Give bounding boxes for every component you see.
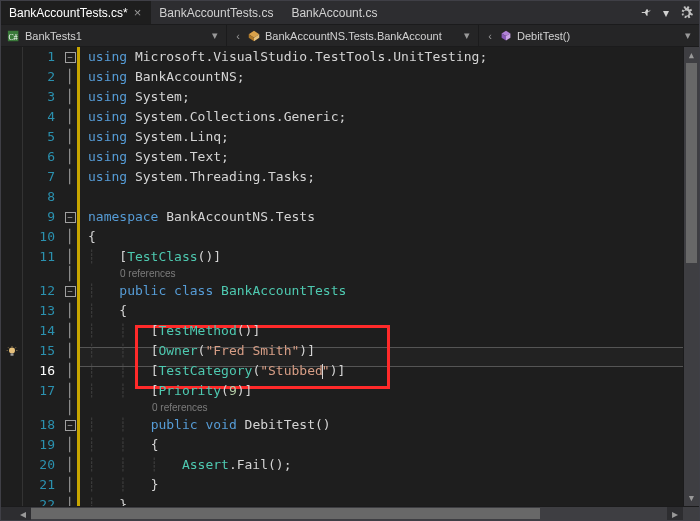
code-line: using Microsoft.VisualStudio.TestTools.U…: [80, 47, 683, 67]
tab-bankaccount[interactable]: BankAccount.cs: [283, 1, 387, 24]
code-line: using System.Linq;: [80, 127, 683, 147]
split-handle[interactable]: [1, 507, 15, 520]
class-icon: [247, 29, 261, 43]
scroll-track[interactable]: [684, 63, 699, 490]
code-line: ┊ ┊ [TestCategory("Stubbed")]: [80, 361, 683, 381]
chevron-down-icon: ▾: [683, 29, 693, 42]
code-line: {: [80, 227, 683, 247]
nav-project-label: BankTests1: [25, 30, 82, 42]
gear-icon[interactable]: [679, 6, 693, 20]
breakpoint-gutter[interactable]: [1, 47, 23, 506]
tab-label: BankAccountTests.cs*: [9, 6, 128, 20]
svg-text:C#: C#: [9, 32, 18, 41]
nav-bar: C# BankTests1 ▾ ‹ BankAccountNS.Tests.Ba…: [1, 25, 699, 47]
nav-class-label: BankAccountNS.Tests.BankAccount: [265, 30, 442, 42]
chevron-left-icon: ‹: [485, 30, 495, 42]
code-line: ┊ ┊ }: [80, 475, 683, 495]
code-line: ┊ }: [80, 495, 683, 506]
nav-class-dropdown[interactable]: ‹ BankAccountNS.Tests.BankAccount ▾: [227, 25, 479, 46]
tab-strip: BankAccountTests.cs* × BankAccountTests.…: [1, 1, 699, 25]
close-icon[interactable]: ×: [134, 6, 142, 19]
scroll-thumb[interactable]: [31, 508, 540, 519]
tab-bankaccounttests[interactable]: BankAccountTests.cs: [151, 1, 283, 24]
window-menu-icon[interactable]: ▾: [659, 6, 673, 20]
code-line: using System.Collections.Generic;: [80, 107, 683, 127]
code-line: using System.Threading.Tasks;: [80, 167, 683, 187]
bottom-scroll-strip: ◂ ▸: [1, 506, 699, 520]
code-line: ┊ ┊ ┊ Assert.Fail();: [80, 455, 683, 475]
code-line: using System;: [80, 87, 683, 107]
code-line: using System.Text;: [80, 147, 683, 167]
method-icon: [499, 29, 513, 43]
code-line: ┊ ┊ [Owner("Fred Smith")]: [80, 341, 683, 361]
code-line: ┊ ┊ [Priority(9)]: [80, 381, 683, 401]
tab-bankaccounttests-modified[interactable]: BankAccountTests.cs* ×: [1, 1, 151, 24]
code-line: namespace BankAccountNS.Tests: [80, 207, 683, 227]
code-line: ┊ public class BankAccountTests: [80, 281, 683, 301]
code-line: ┊ [TestClass()]: [80, 247, 683, 267]
svg-rect-3: [10, 353, 13, 355]
resize-grip[interactable]: [683, 507, 699, 520]
scroll-right-icon[interactable]: ▸: [667, 507, 683, 520]
codelens-references[interactable]: 0 references: [80, 267, 683, 281]
scroll-thumb[interactable]: [686, 63, 697, 263]
scroll-left-icon[interactable]: ◂: [15, 507, 31, 520]
scroll-down-icon[interactable]: ▾: [684, 490, 699, 506]
code-editor[interactable]: 12345678 91011 121314151617 181920212223…: [1, 47, 699, 506]
code-line: [80, 187, 683, 207]
code-line: ┊ ┊ [TestMethod()]: [80, 321, 683, 341]
code-line: using BankAccountNS;: [80, 67, 683, 87]
code-area[interactable]: using Microsoft.VisualStudio.TestTools.U…: [77, 47, 683, 506]
chevron-left-icon: ‹: [233, 30, 243, 42]
codelens-references[interactable]: 0 references: [80, 401, 683, 415]
tab-label: BankAccountTests.cs: [159, 6, 273, 20]
svg-point-2: [9, 347, 15, 353]
scroll-up-icon[interactable]: ▴: [684, 47, 699, 63]
pin-icon[interactable]: [639, 6, 653, 20]
code-line: ┊ {: [80, 301, 683, 321]
line-numbers: 12345678 91011 121314151617 181920212223: [23, 47, 63, 506]
nav-member-label: DebitTest(): [517, 30, 570, 42]
chevron-down-icon: ▾: [210, 29, 220, 42]
nav-project-dropdown[interactable]: C# BankTests1 ▾: [1, 25, 227, 46]
nav-member-dropdown[interactable]: ‹ DebitTest() ▾: [479, 25, 699, 46]
horizontal-scrollbar[interactable]: ◂ ▸: [15, 507, 683, 520]
outlining-margin[interactable]: │││ │││ ││ │ │││ ││ │ │││ ││: [63, 47, 77, 506]
chevron-down-icon: ▾: [462, 29, 472, 42]
code-line: ┊ ┊ {: [80, 435, 683, 455]
code-line: ┊ ┊ public void DebitTest(): [80, 415, 683, 435]
tab-label: BankAccount.cs: [291, 6, 377, 20]
csharp-project-icon: C#: [7, 29, 21, 43]
vertical-scrollbar[interactable]: ▴ ▾: [683, 47, 699, 506]
lightbulb-icon[interactable]: [1, 342, 22, 361]
